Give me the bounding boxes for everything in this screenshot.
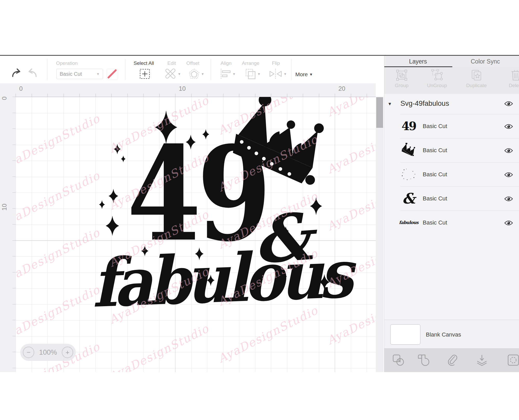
collapse-caret-icon[interactable]: ▾ xyxy=(388,101,391,107)
arrange-button[interactable]: ▼ xyxy=(243,68,262,80)
toolbar-divider xyxy=(125,59,125,80)
vertical-ruler: 0 10 xyxy=(0,97,16,372)
undo-button[interactable] xyxy=(10,67,23,80)
flip-button[interactable]: ▼ xyxy=(268,68,288,80)
visibility-eye-icon[interactable] xyxy=(504,148,513,154)
minus-icon: − xyxy=(26,348,30,356)
weld-icon[interactable] xyxy=(417,354,430,366)
layer-thumbnail-fabulous: fabulous xyxy=(399,213,418,232)
zoom-in-button[interactable]: + xyxy=(62,347,73,358)
visibility-eye-icon[interactable] xyxy=(504,101,513,107)
delete-button[interactable]: Delete xyxy=(502,69,519,88)
visibility-eye-icon[interactable] xyxy=(504,172,513,178)
layer-label: Basic Cut xyxy=(423,123,447,130)
layer-row-crown[interactable]: Basic Cut xyxy=(384,138,519,162)
canvas-scrollbar[interactable] xyxy=(376,97,384,372)
layer-thumbnail-49: 49 xyxy=(399,117,418,135)
delete-label: Delete xyxy=(509,83,519,88)
select-all-icon xyxy=(139,68,150,79)
toolbar-divider xyxy=(47,59,47,80)
more-button[interactable]: More ▼ xyxy=(295,71,313,78)
vruler-label: 0 xyxy=(1,96,8,100)
layer-thumbnail-ampersand: & xyxy=(399,189,418,208)
flatten-icon[interactable] xyxy=(476,354,488,366)
contour-icon[interactable] xyxy=(507,354,519,366)
layer-row-49[interactable]: 49 Basic Cut xyxy=(384,114,519,138)
more-label: More xyxy=(295,71,308,78)
sparkle-star xyxy=(251,288,257,298)
edit-label: Edit xyxy=(167,60,176,66)
panel-actions: Group UnGroup xyxy=(384,67,519,94)
tab-layers[interactable]: Layers xyxy=(384,56,452,67)
blank-canvas-label: Blank Canvas xyxy=(426,331,461,338)
ungroup-label: UnGroup xyxy=(427,83,447,88)
chevron-down-icon: ▼ xyxy=(201,72,204,76)
layer-row-ampersand[interactable]: & Basic Cut xyxy=(384,186,519,211)
operation-label: Operation xyxy=(56,60,78,66)
layer-thumbnail-sparkles xyxy=(399,165,418,184)
design-canvas[interactable]: 49 & fabulous xyxy=(16,97,376,372)
vruler-ticks xyxy=(12,97,16,372)
align-button[interactable]: ▼ xyxy=(219,68,236,80)
cut-line-swatch-icon xyxy=(107,69,117,79)
visibility-eye-icon[interactable] xyxy=(504,220,513,226)
operation-color-swatch[interactable] xyxy=(107,69,118,80)
plus-icon: + xyxy=(65,348,69,356)
select-all-button[interactable] xyxy=(139,68,151,80)
layer-label: Basic Cut xyxy=(423,171,447,178)
offset-icon xyxy=(188,68,200,80)
layer-label: Basic Cut xyxy=(423,147,447,154)
sparkle-star xyxy=(280,271,287,281)
scrollbar-thumb[interactable] xyxy=(376,97,383,128)
layer-row-fabulous[interactable]: fabulous Basic Cut xyxy=(384,211,519,235)
layer-row-sparkles[interactable]: Basic Cut xyxy=(384,162,519,186)
ruler-corner xyxy=(0,83,16,97)
hruler-ticks xyxy=(16,94,376,97)
design-sparkles-and-crown[interactable] xyxy=(16,97,376,372)
layer-thumbnail-crown xyxy=(399,141,418,159)
zoom-level: 100% xyxy=(39,348,57,356)
offset-label: Offset xyxy=(186,60,199,66)
crown-shape xyxy=(229,97,339,188)
select-all-label: Select All xyxy=(134,60,154,66)
ungroup-icon xyxy=(431,69,443,81)
sparkles-icon xyxy=(400,167,417,181)
group-label: Group xyxy=(395,83,409,88)
horizontal-ruler: 0 10 20 xyxy=(16,83,376,97)
toolbar: Operation Basic Cut ▼ Select All Edit xyxy=(0,56,384,83)
tab-color-sync[interactable]: Color Sync xyxy=(452,56,519,67)
toolbar-divider xyxy=(211,59,211,80)
duplicate-icon xyxy=(470,69,482,81)
visibility-eye-icon[interactable] xyxy=(504,196,513,202)
attach-icon[interactable] xyxy=(446,354,459,366)
redo-button[interactable] xyxy=(26,67,38,80)
chevron-down-icon: ▼ xyxy=(178,72,181,76)
operation-select[interactable]: Basic Cut ▼ xyxy=(56,69,103,79)
chevron-down-icon: ▼ xyxy=(284,72,287,76)
panel-tabs: Layers Color Sync xyxy=(384,56,519,67)
chevron-down-icon: ▼ xyxy=(309,72,313,76)
layers-panel: Layers Color Sync Group xyxy=(384,56,519,372)
offset-button[interactable]: ▼ xyxy=(187,68,205,80)
duplicate-button[interactable]: Duplicate xyxy=(462,69,491,88)
group-icon xyxy=(396,69,408,81)
sparkle-star xyxy=(310,197,322,215)
chevron-down-icon: ▼ xyxy=(257,72,261,76)
layer-group-row[interactable]: ▾ Svg-49fabulous xyxy=(384,94,519,114)
hruler-label: 0 xyxy=(19,85,23,92)
ungroup-button[interactable]: UnGroup xyxy=(423,69,451,88)
sparkle-star xyxy=(195,247,204,260)
zoom-out-button[interactable]: − xyxy=(23,347,34,358)
arrange-icon xyxy=(244,68,256,80)
visibility-eye-icon[interactable] xyxy=(504,123,513,130)
edit-button[interactable]: ▼ xyxy=(163,68,182,80)
toolbar-divider xyxy=(291,59,291,80)
group-button[interactable]: Group xyxy=(387,69,416,88)
blank-canvas-row[interactable]: Blank Canvas xyxy=(384,320,519,348)
undo-icon xyxy=(11,68,23,79)
slice-icon[interactable] xyxy=(392,354,405,366)
align-icon xyxy=(220,69,231,79)
arrange-label: Arrange xyxy=(242,60,260,66)
layer-label: Basic Cut xyxy=(423,195,447,202)
sparkle-star xyxy=(109,189,118,203)
